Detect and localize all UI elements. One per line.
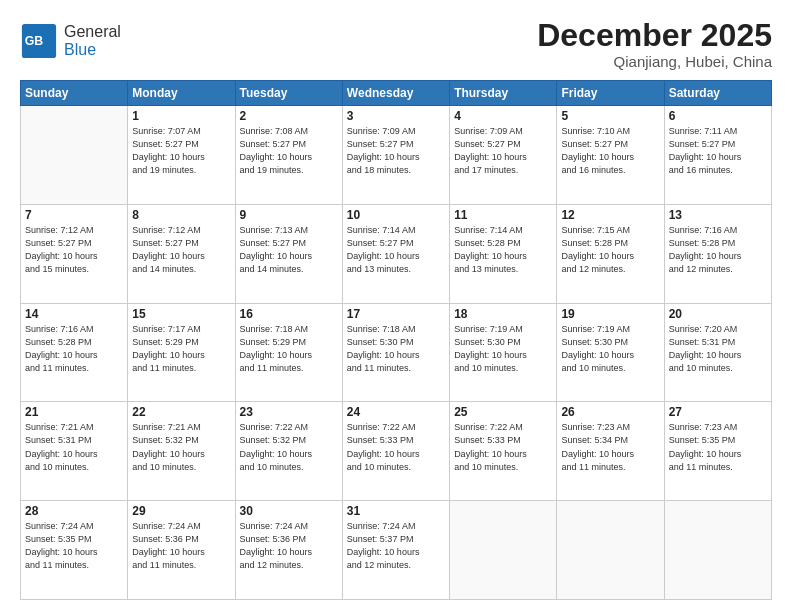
header-sunday: Sunday xyxy=(21,81,128,106)
title-month: December 2025 xyxy=(537,18,772,53)
table-row: 25Sunrise: 7:22 AM Sunset: 5:33 PM Dayli… xyxy=(450,402,557,501)
day-info: Sunrise: 7:21 AM Sunset: 5:31 PM Dayligh… xyxy=(25,421,123,473)
calendar-week-row: 1Sunrise: 7:07 AM Sunset: 5:27 PM Daylig… xyxy=(21,106,772,205)
page: GB General Blue December 2025 Qianjiang,… xyxy=(0,0,792,612)
day-info: Sunrise: 7:18 AM Sunset: 5:30 PM Dayligh… xyxy=(347,323,445,375)
table-row: 14Sunrise: 7:16 AM Sunset: 5:28 PM Dayli… xyxy=(21,303,128,402)
day-number: 11 xyxy=(454,208,552,222)
day-info: Sunrise: 7:14 AM Sunset: 5:27 PM Dayligh… xyxy=(347,224,445,276)
day-info: Sunrise: 7:12 AM Sunset: 5:27 PM Dayligh… xyxy=(132,224,230,276)
day-info: Sunrise: 7:13 AM Sunset: 5:27 PM Dayligh… xyxy=(240,224,338,276)
day-number: 25 xyxy=(454,405,552,419)
day-info: Sunrise: 7:09 AM Sunset: 5:27 PM Dayligh… xyxy=(454,125,552,177)
table-row: 2Sunrise: 7:08 AM Sunset: 5:27 PM Daylig… xyxy=(235,106,342,205)
day-info: Sunrise: 7:19 AM Sunset: 5:30 PM Dayligh… xyxy=(454,323,552,375)
day-number: 7 xyxy=(25,208,123,222)
table-row: 8Sunrise: 7:12 AM Sunset: 5:27 PM Daylig… xyxy=(128,204,235,303)
day-number: 17 xyxy=(347,307,445,321)
day-info: Sunrise: 7:18 AM Sunset: 5:29 PM Dayligh… xyxy=(240,323,338,375)
table-row: 16Sunrise: 7:18 AM Sunset: 5:29 PM Dayli… xyxy=(235,303,342,402)
table-row: 22Sunrise: 7:21 AM Sunset: 5:32 PM Dayli… xyxy=(128,402,235,501)
day-info: Sunrise: 7:07 AM Sunset: 5:27 PM Dayligh… xyxy=(132,125,230,177)
day-number: 14 xyxy=(25,307,123,321)
day-info: Sunrise: 7:22 AM Sunset: 5:33 PM Dayligh… xyxy=(347,421,445,473)
table-row xyxy=(21,106,128,205)
day-number: 19 xyxy=(561,307,659,321)
table-row: 27Sunrise: 7:23 AM Sunset: 5:35 PM Dayli… xyxy=(664,402,771,501)
logo-text: General Blue xyxy=(64,23,121,59)
day-info: Sunrise: 7:24 AM Sunset: 5:36 PM Dayligh… xyxy=(240,520,338,572)
table-row: 10Sunrise: 7:14 AM Sunset: 5:27 PM Dayli… xyxy=(342,204,449,303)
day-number: 22 xyxy=(132,405,230,419)
calendar-week-row: 14Sunrise: 7:16 AM Sunset: 5:28 PM Dayli… xyxy=(21,303,772,402)
day-info: Sunrise: 7:08 AM Sunset: 5:27 PM Dayligh… xyxy=(240,125,338,177)
day-number: 24 xyxy=(347,405,445,419)
svg-text:GB: GB xyxy=(25,34,44,48)
table-row: 7Sunrise: 7:12 AM Sunset: 5:27 PM Daylig… xyxy=(21,204,128,303)
day-number: 5 xyxy=(561,109,659,123)
day-info: Sunrise: 7:23 AM Sunset: 5:34 PM Dayligh… xyxy=(561,421,659,473)
header-thursday: Thursday xyxy=(450,81,557,106)
day-info: Sunrise: 7:22 AM Sunset: 5:33 PM Dayligh… xyxy=(454,421,552,473)
title-block: December 2025 Qianjiang, Hubei, China xyxy=(537,18,772,70)
calendar-header-row: Sunday Monday Tuesday Wednesday Thursday… xyxy=(21,81,772,106)
day-number: 29 xyxy=(132,504,230,518)
day-number: 21 xyxy=(25,405,123,419)
day-number: 1 xyxy=(132,109,230,123)
table-row: 19Sunrise: 7:19 AM Sunset: 5:30 PM Dayli… xyxy=(557,303,664,402)
table-row: 13Sunrise: 7:16 AM Sunset: 5:28 PM Dayli… xyxy=(664,204,771,303)
table-row: 18Sunrise: 7:19 AM Sunset: 5:30 PM Dayli… xyxy=(450,303,557,402)
day-number: 16 xyxy=(240,307,338,321)
day-info: Sunrise: 7:12 AM Sunset: 5:27 PM Dayligh… xyxy=(25,224,123,276)
table-row: 31Sunrise: 7:24 AM Sunset: 5:37 PM Dayli… xyxy=(342,501,449,600)
day-info: Sunrise: 7:17 AM Sunset: 5:29 PM Dayligh… xyxy=(132,323,230,375)
day-number: 4 xyxy=(454,109,552,123)
day-number: 12 xyxy=(561,208,659,222)
table-row: 28Sunrise: 7:24 AM Sunset: 5:35 PM Dayli… xyxy=(21,501,128,600)
day-info: Sunrise: 7:24 AM Sunset: 5:35 PM Dayligh… xyxy=(25,520,123,572)
table-row: 11Sunrise: 7:14 AM Sunset: 5:28 PM Dayli… xyxy=(450,204,557,303)
table-row: 1Sunrise: 7:07 AM Sunset: 5:27 PM Daylig… xyxy=(128,106,235,205)
day-info: Sunrise: 7:09 AM Sunset: 5:27 PM Dayligh… xyxy=(347,125,445,177)
calendar-week-row: 28Sunrise: 7:24 AM Sunset: 5:35 PM Dayli… xyxy=(21,501,772,600)
day-number: 20 xyxy=(669,307,767,321)
table-row: 17Sunrise: 7:18 AM Sunset: 5:30 PM Dayli… xyxy=(342,303,449,402)
table-row: 4Sunrise: 7:09 AM Sunset: 5:27 PM Daylig… xyxy=(450,106,557,205)
day-number: 9 xyxy=(240,208,338,222)
day-number: 8 xyxy=(132,208,230,222)
header-friday: Friday xyxy=(557,81,664,106)
title-location: Qianjiang, Hubei, China xyxy=(537,53,772,70)
table-row: 21Sunrise: 7:21 AM Sunset: 5:31 PM Dayli… xyxy=(21,402,128,501)
table-row xyxy=(450,501,557,600)
table-row xyxy=(557,501,664,600)
table-row: 24Sunrise: 7:22 AM Sunset: 5:33 PM Dayli… xyxy=(342,402,449,501)
day-number: 6 xyxy=(669,109,767,123)
day-info: Sunrise: 7:24 AM Sunset: 5:36 PM Dayligh… xyxy=(132,520,230,572)
day-info: Sunrise: 7:11 AM Sunset: 5:27 PM Dayligh… xyxy=(669,125,767,177)
day-number: 31 xyxy=(347,504,445,518)
table-row: 23Sunrise: 7:22 AM Sunset: 5:32 PM Dayli… xyxy=(235,402,342,501)
day-number: 26 xyxy=(561,405,659,419)
day-info: Sunrise: 7:21 AM Sunset: 5:32 PM Dayligh… xyxy=(132,421,230,473)
header-monday: Monday xyxy=(128,81,235,106)
table-row xyxy=(664,501,771,600)
header-saturday: Saturday xyxy=(664,81,771,106)
day-number: 3 xyxy=(347,109,445,123)
day-info: Sunrise: 7:20 AM Sunset: 5:31 PM Dayligh… xyxy=(669,323,767,375)
day-number: 27 xyxy=(669,405,767,419)
table-row: 9Sunrise: 7:13 AM Sunset: 5:27 PM Daylig… xyxy=(235,204,342,303)
header-wednesday: Wednesday xyxy=(342,81,449,106)
day-info: Sunrise: 7:23 AM Sunset: 5:35 PM Dayligh… xyxy=(669,421,767,473)
day-info: Sunrise: 7:10 AM Sunset: 5:27 PM Dayligh… xyxy=(561,125,659,177)
table-row: 20Sunrise: 7:20 AM Sunset: 5:31 PM Dayli… xyxy=(664,303,771,402)
table-row: 26Sunrise: 7:23 AM Sunset: 5:34 PM Dayli… xyxy=(557,402,664,501)
table-row: 15Sunrise: 7:17 AM Sunset: 5:29 PM Dayli… xyxy=(128,303,235,402)
day-info: Sunrise: 7:22 AM Sunset: 5:32 PM Dayligh… xyxy=(240,421,338,473)
table-row: 3Sunrise: 7:09 AM Sunset: 5:27 PM Daylig… xyxy=(342,106,449,205)
day-number: 28 xyxy=(25,504,123,518)
day-number: 30 xyxy=(240,504,338,518)
day-number: 10 xyxy=(347,208,445,222)
header-tuesday: Tuesday xyxy=(235,81,342,106)
table-row: 12Sunrise: 7:15 AM Sunset: 5:28 PM Dayli… xyxy=(557,204,664,303)
day-info: Sunrise: 7:14 AM Sunset: 5:28 PM Dayligh… xyxy=(454,224,552,276)
